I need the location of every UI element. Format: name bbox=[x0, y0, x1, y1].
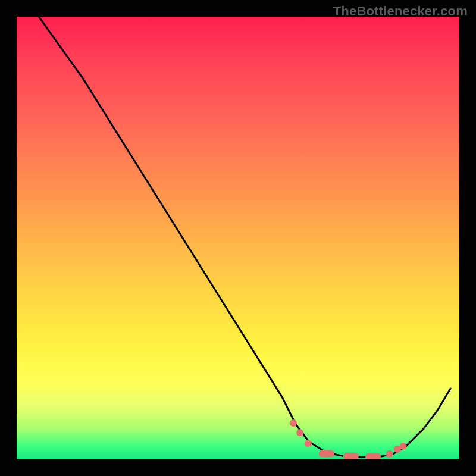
bottleneck-curve-path bbox=[39, 17, 450, 457]
highlight-marker bbox=[386, 450, 393, 458]
watermark-text: TheBottleneсker.com bbox=[333, 4, 468, 19]
plot-area bbox=[17, 17, 459, 459]
highlight-marker bbox=[319, 450, 334, 457]
chart-container: TheBottleneсker.com bbox=[0, 0, 476, 476]
highlight-marker bbox=[290, 419, 297, 427]
highlight-marker bbox=[400, 443, 407, 450]
bottleneck-curve bbox=[39, 17, 450, 457]
highlight-marker bbox=[365, 453, 381, 459]
highlight-marker bbox=[305, 440, 312, 447]
highlight-marker bbox=[343, 453, 359, 459]
highlight-marker bbox=[296, 429, 303, 436]
chart-svg-overlay bbox=[17, 17, 459, 459]
